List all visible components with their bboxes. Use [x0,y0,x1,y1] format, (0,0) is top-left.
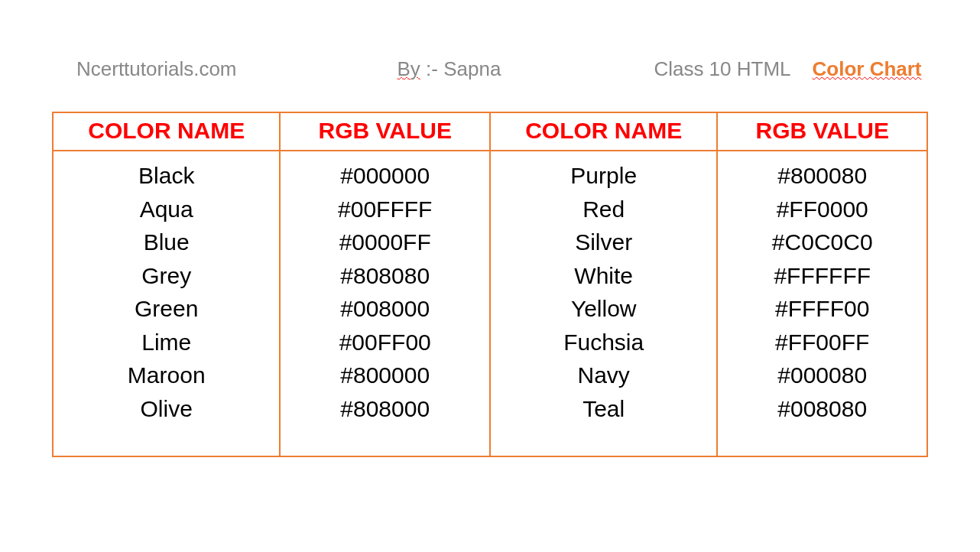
color-rgb: #00FFFF [288,193,482,226]
page-header: Ncerttutorials.com By :- Sapna Class 10 … [0,0,980,112]
color-rgb: #0000FF [288,226,482,259]
color-rgb: #000080 [725,359,919,392]
color-name: Yellow [498,292,709,326]
author-name: :- Sapna [426,57,501,80]
color-name: Fuchsia [498,326,709,359]
color-name: Lime [61,326,271,359]
color-name: White [498,259,709,293]
color-rgb: #008080 [725,392,919,426]
color-rgb: #00FF00 [288,326,482,359]
color-rgb: #008000 [288,292,482,326]
color-name: Red [498,193,709,226]
page-title: Color Chart [813,57,922,81]
cell-names-left: Black Aqua Blue Grey Green Lime Maroon O… [53,151,280,456]
site-label: Ncerttutorials.com [76,57,237,81]
col-header-name-right: COLOR NAME [490,112,717,151]
color-rgb: #FF00FF [725,326,919,359]
cell-rgb-left: #000000 #00FFFF #0000FF #808080 #008000 … [280,151,490,456]
color-name: Green [61,292,271,326]
col-header-name-left: COLOR NAME [53,112,280,151]
color-rgb: #FFFF00 [725,292,919,326]
author-prefix: By [398,57,420,80]
color-rgb: #808080 [288,259,482,293]
color-name: Black [61,159,271,193]
color-rgb: #800000 [288,359,482,392]
color-table: COLOR NAME RGB VALUE COLOR NAME RGB VALU… [52,112,928,457]
color-name: Olive [61,392,271,426]
color-name: Purple [498,159,709,193]
color-rgb: #000000 [288,159,482,193]
color-rgb: #C0C0C0 [725,226,919,259]
cell-names-right: Purple Red Silver White Yellow Fuchsia N… [490,151,717,456]
color-name: Navy [498,359,709,392]
color-name: Grey [61,259,271,293]
color-name: Aqua [61,193,271,226]
color-name: Teal [498,392,709,426]
col-header-rgb-right: RGB VALUE [717,112,927,151]
color-name: Maroon [61,359,271,392]
author-label: By :- Sapna [398,57,501,81]
col-header-rgb-left: RGB VALUE [280,112,490,151]
color-rgb: #FF0000 [725,193,919,226]
color-rgb: #800080 [725,159,919,193]
color-name: Blue [61,226,271,259]
color-table-container: COLOR NAME RGB VALUE COLOR NAME RGB VALU… [0,112,980,457]
color-name: Silver [498,226,709,259]
color-rgb: #FFFFFF [725,259,919,293]
color-rgb: #808000 [288,392,482,426]
table-body-row: Black Aqua Blue Grey Green Lime Maroon O… [53,151,927,456]
class-label: Class 10 HTML [654,57,790,81]
cell-rgb-right: #800080 #FF0000 #C0C0C0 #FFFFFF #FFFF00 … [717,151,927,456]
table-header-row: COLOR NAME RGB VALUE COLOR NAME RGB VALU… [53,112,927,151]
